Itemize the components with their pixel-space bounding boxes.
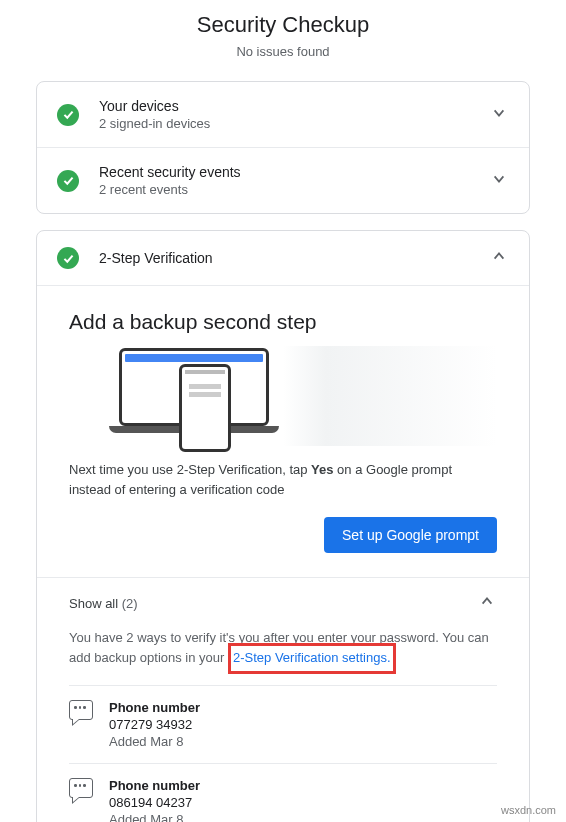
events-title: Recent security events [99,164,489,180]
backup-method-1: Phone number 086194 04237 Added Mar 8 [69,763,497,822]
events-subtitle: 2 recent events [99,182,489,197]
devices-title: Your devices [99,98,489,114]
show-all-section: Show all (2) You have 2 ways to verify i… [37,577,529,822]
two-step-title: 2-Step Verification [99,250,489,266]
devices-illustration [69,346,497,446]
setup-google-prompt-button[interactable]: Set up Google prompt [324,517,497,553]
method-title: Phone number [109,778,200,793]
method-value: 086194 04237 [109,795,200,810]
page-title: Security Checkup [36,12,530,38]
method-title: Phone number [109,700,200,715]
show-all-count: (2) [122,596,138,611]
card-two-step: 2-Step Verification Add a backup second … [36,230,530,822]
two-step-panel: Add a backup second step Next time you u… [37,285,529,822]
show-all-label: Show all [69,596,118,611]
show-all-toggle[interactable]: Show all (2) [69,594,497,612]
chevron-up-icon [489,249,509,267]
check-icon [57,104,79,126]
sms-icon [69,700,93,720]
row-your-devices[interactable]: Your devices 2 signed-in devices [37,82,529,147]
devices-subtitle: 2 signed-in devices [99,116,489,131]
method-added: Added Mar 8 [109,734,200,749]
page-header: Security Checkup No issues found [36,12,530,59]
card-basic-sections: Your devices 2 signed-in devices Recent … [36,81,530,214]
chevron-up-icon [477,594,497,612]
settings-link-highlight: 2-Step Verification settings. [228,643,396,674]
method-value: 077279 34932 [109,717,200,732]
check-icon [57,170,79,192]
chevron-down-icon [489,172,509,190]
backup-method-0: Phone number 077279 34932 Added Mar 8 [69,685,497,763]
sms-icon [69,778,93,798]
row-security-events[interactable]: Recent security events 2 recent events [37,147,529,213]
method-added: Added Mar 8 [109,812,200,822]
chevron-down-icon [489,106,509,124]
check-icon [57,247,79,269]
verify-ways-info: You have 2 ways to verify it's you after… [69,628,497,667]
backup-step-description: Next time you use 2-Step Verification, t… [69,460,497,499]
two-step-settings-link[interactable]: 2-Step Verification settings. [233,650,391,665]
row-two-step-header[interactable]: 2-Step Verification [37,231,529,285]
watermark: wsxdn.com [501,804,556,816]
page-subtitle: No issues found [36,44,530,59]
backup-step-heading: Add a backup second step [69,310,497,334]
